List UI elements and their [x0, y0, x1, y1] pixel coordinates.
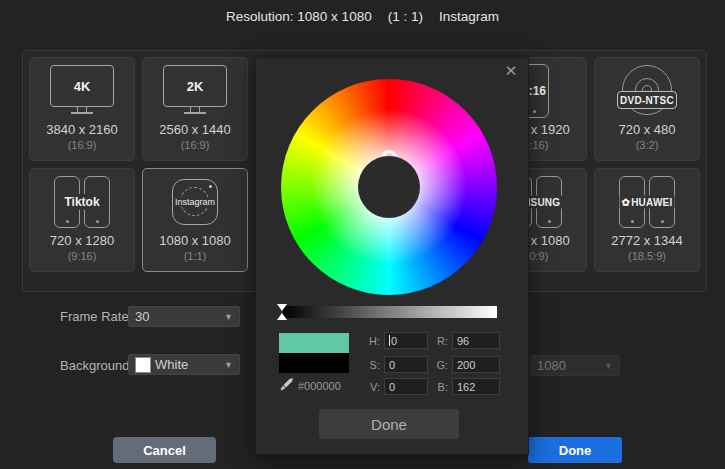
card-aspect-ratio: (3:2) [636, 139, 659, 151]
title-ratio: (1 : 1) [388, 9, 423, 24]
card-resolution: 720 x 480 [618, 122, 675, 137]
card-aspect-ratio: (9:16) [68, 250, 97, 262]
b-value: 162 [457, 381, 475, 393]
eyedropper-icon[interactable] [279, 377, 295, 393]
brand-glyph-icon: ✿ [622, 197, 631, 208]
resolution-card-4k[interactable]: 4K3840 x 2160(16:9) [29, 57, 135, 161]
chevron-down-icon: ▼ [224, 312, 233, 322]
current-color-swatch [279, 333, 349, 353]
monitor-screen: 4K [50, 65, 114, 107]
color-picker-dialog: ✕ #000000 H: 0 S: 0 V: 0 R: [255, 57, 529, 455]
card-resolution: 2560 x 1440 [159, 122, 231, 137]
r-input[interactable]: 96 [452, 332, 500, 349]
card-resolution: 2772 x 1344 [611, 233, 683, 248]
background-color-swatch [135, 357, 151, 373]
instagram-icon: Instagram [143, 171, 247, 233]
r-label: R: [432, 335, 448, 347]
color-wheel-center [358, 156, 420, 218]
background-label: Background: [60, 358, 133, 373]
h-input[interactable]: 0 [384, 332, 428, 349]
card-aspect-ratio: (18.5:9) [628, 250, 666, 262]
resolution-card-instagram[interactable]: Instagram1080 x 1080(1:1) [142, 168, 248, 272]
chevron-down-icon: ▼ [224, 360, 233, 370]
phone-double-icon: ✿HUAWEI [595, 171, 699, 233]
selected-color-swatch [279, 353, 349, 373]
g-value: 200 [457, 359, 475, 371]
dvd-badge: DVD-NTSC [617, 91, 677, 109]
h-value: 0 [391, 335, 397, 347]
height-value: 1080 [537, 358, 566, 373]
height-dropdown[interactable]: 1080 ▼ [530, 355, 620, 376]
instagram-icon: Instagram [172, 179, 218, 225]
monitor-screen: 2K [163, 65, 227, 107]
card-resolution: 720 x 1280 [50, 233, 114, 248]
monitor-base [184, 112, 206, 114]
brand-label: ✿HUAWEI [620, 196, 675, 209]
card-resolution: 1080 x 1080 [159, 233, 231, 248]
v-input[interactable]: 0 [384, 378, 428, 395]
s-label: S: [364, 359, 380, 371]
close-icon[interactable]: ✕ [502, 62, 520, 80]
dvd-disc-icon: DVD-NTSC [619, 65, 675, 117]
phones-icon: Tiktok [54, 176, 110, 228]
phone-home-dot [96, 220, 99, 223]
phone-home-dot [548, 220, 551, 223]
resolution-card-2k[interactable]: 2K2560 x 1440(16:9) [142, 57, 248, 161]
cancel-button[interactable]: Cancel [113, 437, 216, 463]
card-aspect-ratio: (16:9) [181, 139, 210, 151]
resolution-card-dvd-ntsc[interactable]: DVD-NTSC720 x 480(3:2) [594, 57, 700, 161]
b-label: B: [432, 381, 448, 393]
card-aspect-ratio: (1:1) [184, 250, 207, 262]
g-label: G: [432, 359, 448, 371]
r-value: 96 [457, 335, 469, 347]
monitor-icon: 4K [30, 60, 134, 122]
phone-home-dot [631, 220, 634, 223]
resolution-card-tiktok[interactable]: Tiktok720 x 1280(9:16) [29, 168, 135, 272]
phones-icon: ✿HUAWEI [619, 176, 675, 228]
monitor-icon: 2K [163, 65, 227, 117]
dialog-title: Resolution: 1080 x 1080 (1 : 1) Instagra… [0, 9, 725, 24]
monitor-base [71, 112, 93, 114]
v-value: 0 [389, 381, 395, 393]
instagram-label: Instagram [174, 197, 216, 207]
title-resolution: Resolution: 1080 x 1080 [226, 9, 372, 24]
picker-done-button[interactable]: Done [319, 409, 459, 439]
phone-double-icon: Tiktok [30, 171, 134, 233]
chevron-down-icon: ▼ [604, 361, 613, 371]
hex-value: #000000 [298, 380, 341, 392]
brightness-slider[interactable] [283, 306, 497, 318]
done-button[interactable]: Done [528, 437, 622, 463]
disc-icon: DVD-NTSC [595, 60, 699, 122]
card-aspect-ratio: (16:9) [68, 139, 97, 151]
phone-home-dot [533, 110, 536, 113]
b-input[interactable]: 162 [452, 378, 500, 395]
brand-label: Tiktok [62, 194, 101, 210]
background-dropdown[interactable]: White ▼ [128, 354, 240, 375]
phone-home-dot [661, 220, 664, 223]
card-resolution: 3840 x 2160 [46, 122, 118, 137]
text-caret [389, 335, 390, 346]
g-input[interactable]: 200 [452, 356, 500, 373]
resolution-card-huawei[interactable]: ✿HUAWEI2772 x 1344(18.5:9) [594, 168, 700, 272]
frame-rate-dropdown[interactable]: 30 ▼ [128, 306, 240, 327]
s-value: 0 [389, 359, 395, 371]
phone-home-dot [66, 220, 69, 223]
frame-rate-value: 30 [135, 309, 149, 324]
h-label: H: [364, 335, 380, 347]
monitor-icon: 2K [143, 60, 247, 122]
background-value: White [155, 357, 188, 372]
v-label: V: [364, 381, 380, 393]
s-input[interactable]: 0 [384, 356, 428, 373]
title-platform: Instagram [439, 9, 499, 24]
resolution-dialog: Resolution: 1080 x 1080 (1 : 1) Instagra… [0, 0, 725, 469]
monitor-icon: 4K [50, 65, 114, 117]
instagram-dot [209, 185, 212, 188]
